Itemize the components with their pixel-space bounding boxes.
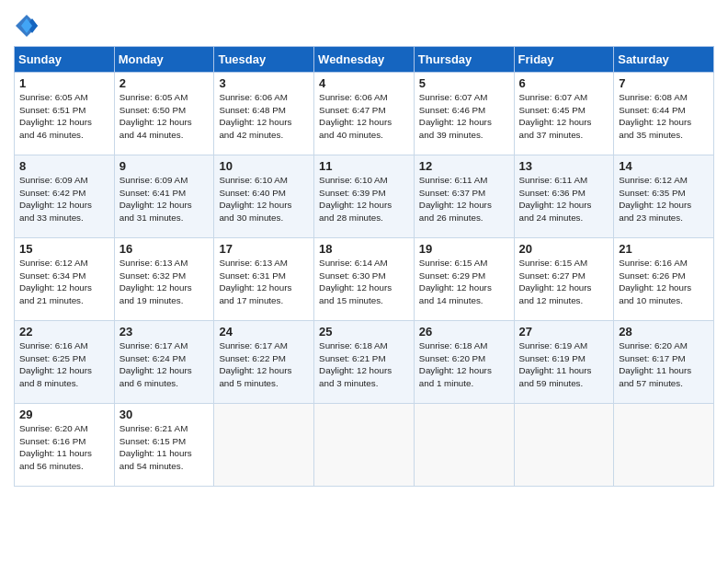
calendar-cell: 16 Sunrise: 6:13 AM Sunset: 6:32 PM Dayl… — [114, 238, 214, 321]
day-number: 4 — [319, 76, 409, 90]
day-info: Sunrise: 6:08 AM Sunset: 6:44 PM Dayligh… — [619, 91, 709, 142]
day-number: 22 — [19, 325, 109, 339]
day-info: Sunrise: 6:09 AM Sunset: 6:42 PM Dayligh… — [19, 174, 109, 224]
calendar-cell: 15 Sunrise: 6:12 AM Sunset: 6:34 PM Dayl… — [15, 238, 115, 321]
day-info: Sunrise: 6:12 AM Sunset: 6:34 PM Dayligh… — [19, 257, 109, 307]
weekday-header-monday: Monday — [114, 47, 214, 73]
day-number: 26 — [419, 325, 509, 339]
day-info: Sunrise: 6:06 AM Sunset: 6:48 PM Dayligh… — [219, 91, 309, 142]
calendar-cell: 26 Sunrise: 6:18 AM Sunset: 6:20 PM Dayl… — [414, 321, 514, 404]
day-number: 14 — [619, 159, 709, 173]
calendar-cell: 24 Sunrise: 6:17 AM Sunset: 6:22 PM Dayl… — [214, 321, 314, 404]
day-info: Sunrise: 6:17 AM Sunset: 6:22 PM Dayligh… — [219, 339, 309, 390]
calendar-table: SundayMondayTuesdayWednesdayThursdayFrid… — [14, 46, 714, 487]
day-number: 29 — [19, 408, 109, 421]
day-number: 8 — [19, 159, 109, 173]
calendar-cell: 22 Sunrise: 6:16 AM Sunset: 6:25 PM Dayl… — [15, 321, 115, 404]
calendar-cell — [314, 404, 415, 487]
calendar-cell: 28 Sunrise: 6:20 AM Sunset: 6:17 PM Dayl… — [614, 321, 714, 404]
calendar-cell: 23 Sunrise: 6:17 AM Sunset: 6:24 PM Dayl… — [114, 321, 214, 404]
day-number: 28 — [619, 325, 709, 339]
calendar-week-5: 29 Sunrise: 6:20 AM Sunset: 6:16 PM Dayl… — [15, 404, 714, 487]
weekday-header-sunday: Sunday — [15, 47, 115, 73]
calendar-week-4: 22 Sunrise: 6:16 AM Sunset: 6:25 PM Dayl… — [15, 321, 714, 404]
calendar-cell: 2 Sunrise: 6:05 AM Sunset: 6:50 PM Dayli… — [114, 73, 214, 155]
day-number: 16 — [119, 242, 210, 256]
weekday-header-saturday: Saturday — [614, 47, 714, 73]
day-info: Sunrise: 6:06 AM Sunset: 6:47 PM Dayligh… — [319, 91, 409, 142]
calendar-cell: 19 Sunrise: 6:15 AM Sunset: 6:29 PM Dayl… — [414, 238, 514, 321]
day-info: Sunrise: 6:09 AM Sunset: 6:41 PM Dayligh… — [119, 174, 210, 224]
calendar-cell: 8 Sunrise: 6:09 AM Sunset: 6:42 PM Dayli… — [15, 155, 115, 238]
day-number: 24 — [219, 325, 309, 339]
calendar-cell: 7 Sunrise: 6:08 AM Sunset: 6:44 PM Dayli… — [614, 73, 714, 155]
calendar-cell: 1 Sunrise: 6:05 AM Sunset: 6:51 PM Dayli… — [15, 73, 115, 155]
calendar-cell — [414, 404, 514, 487]
day-number: 15 — [19, 242, 109, 256]
day-number: 10 — [219, 159, 309, 173]
calendar-cell: 10 Sunrise: 6:10 AM Sunset: 6:40 PM Dayl… — [214, 155, 314, 238]
calendar-cell: 17 Sunrise: 6:13 AM Sunset: 6:31 PM Dayl… — [214, 238, 314, 321]
calendar-cell: 3 Sunrise: 6:06 AM Sunset: 6:48 PM Dayli… — [214, 73, 314, 155]
day-number: 18 — [319, 242, 409, 256]
day-number: 3 — [219, 76, 309, 90]
day-number: 17 — [219, 242, 309, 256]
calendar-cell — [214, 404, 314, 487]
calendar-cell: 12 Sunrise: 6:11 AM Sunset: 6:37 PM Dayl… — [414, 155, 514, 238]
day-number: 9 — [119, 159, 210, 173]
day-number: 5 — [419, 76, 509, 90]
day-number: 21 — [619, 242, 709, 256]
calendar-cell — [514, 404, 614, 487]
day-info: Sunrise: 6:14 AM Sunset: 6:30 PM Dayligh… — [319, 257, 409, 307]
day-info: Sunrise: 6:20 AM Sunset: 6:17 PM Dayligh… — [619, 339, 709, 390]
day-number: 19 — [419, 242, 509, 256]
calendar-cell: 9 Sunrise: 6:09 AM Sunset: 6:41 PM Dayli… — [114, 155, 214, 238]
calendar-cell: 21 Sunrise: 6:16 AM Sunset: 6:26 PM Dayl… — [614, 238, 714, 321]
calendar-cell: 13 Sunrise: 6:11 AM Sunset: 6:36 PM Dayl… — [514, 155, 614, 238]
calendar-cell: 27 Sunrise: 6:19 AM Sunset: 6:19 PM Dayl… — [514, 321, 614, 404]
day-info: Sunrise: 6:17 AM Sunset: 6:24 PM Dayligh… — [119, 339, 210, 390]
calendar-cell: 29 Sunrise: 6:20 AM Sunset: 6:16 PM Dayl… — [15, 404, 115, 487]
calendar-cell: 11 Sunrise: 6:10 AM Sunset: 6:39 PM Dayl… — [314, 155, 415, 238]
calendar-week-1: 1 Sunrise: 6:05 AM Sunset: 6:51 PM Dayli… — [15, 73, 714, 155]
calendar-cell — [614, 404, 714, 487]
weekday-row: SundayMondayTuesdayWednesdayThursdayFrid… — [15, 47, 714, 73]
calendar-cell: 5 Sunrise: 6:07 AM Sunset: 6:46 PM Dayli… — [414, 73, 514, 155]
weekday-header-thursday: Thursday — [414, 47, 514, 73]
weekday-header-tuesday: Tuesday — [214, 47, 314, 73]
weekday-header-wednesday: Wednesday — [314, 47, 415, 73]
day-number: 30 — [119, 408, 210, 421]
day-number: 13 — [519, 159, 609, 173]
day-info: Sunrise: 6:13 AM Sunset: 6:32 PM Dayligh… — [119, 257, 210, 307]
day-info: Sunrise: 6:10 AM Sunset: 6:39 PM Dayligh… — [319, 174, 409, 224]
day-number: 1 — [19, 76, 109, 90]
day-number: 2 — [119, 76, 210, 90]
day-info: Sunrise: 6:18 AM Sunset: 6:21 PM Dayligh… — [319, 339, 409, 390]
calendar-cell: 6 Sunrise: 6:07 AM Sunset: 6:45 PM Dayli… — [514, 73, 614, 155]
day-info: Sunrise: 6:18 AM Sunset: 6:20 PM Dayligh… — [419, 339, 509, 390]
header — [14, 9, 714, 39]
day-number: 27 — [519, 325, 609, 339]
logo — [14, 13, 43, 39]
day-number: 12 — [419, 159, 509, 173]
calendar-body: 1 Sunrise: 6:05 AM Sunset: 6:51 PM Dayli… — [15, 73, 714, 487]
day-info: Sunrise: 6:11 AM Sunset: 6:36 PM Dayligh… — [519, 174, 609, 224]
day-info: Sunrise: 6:12 AM Sunset: 6:35 PM Dayligh… — [619, 174, 709, 224]
weekday-header-friday: Friday — [514, 47, 614, 73]
day-info: Sunrise: 6:20 AM Sunset: 6:16 PM Dayligh… — [19, 422, 109, 473]
calendar-cell: 30 Sunrise: 6:21 AM Sunset: 6:15 PM Dayl… — [114, 404, 214, 487]
day-number: 7 — [619, 76, 709, 90]
day-number: 23 — [119, 325, 210, 339]
day-info: Sunrise: 6:11 AM Sunset: 6:37 PM Dayligh… — [419, 174, 509, 224]
calendar-header: SundayMondayTuesdayWednesdayThursdayFrid… — [15, 47, 714, 73]
day-info: Sunrise: 6:07 AM Sunset: 6:46 PM Dayligh… — [419, 91, 509, 142]
day-info: Sunrise: 6:16 AM Sunset: 6:26 PM Dayligh… — [619, 257, 709, 307]
day-info: Sunrise: 6:13 AM Sunset: 6:31 PM Dayligh… — [219, 257, 309, 307]
day-info: Sunrise: 6:10 AM Sunset: 6:40 PM Dayligh… — [219, 174, 309, 224]
day-info: Sunrise: 6:05 AM Sunset: 6:51 PM Dayligh… — [19, 91, 109, 142]
day-info: Sunrise: 6:07 AM Sunset: 6:45 PM Dayligh… — [519, 91, 609, 142]
day-number: 6 — [519, 76, 609, 90]
calendar-cell: 25 Sunrise: 6:18 AM Sunset: 6:21 PM Dayl… — [314, 321, 415, 404]
logo-icon — [14, 13, 40, 39]
day-info: Sunrise: 6:19 AM Sunset: 6:19 PM Dayligh… — [519, 339, 609, 390]
